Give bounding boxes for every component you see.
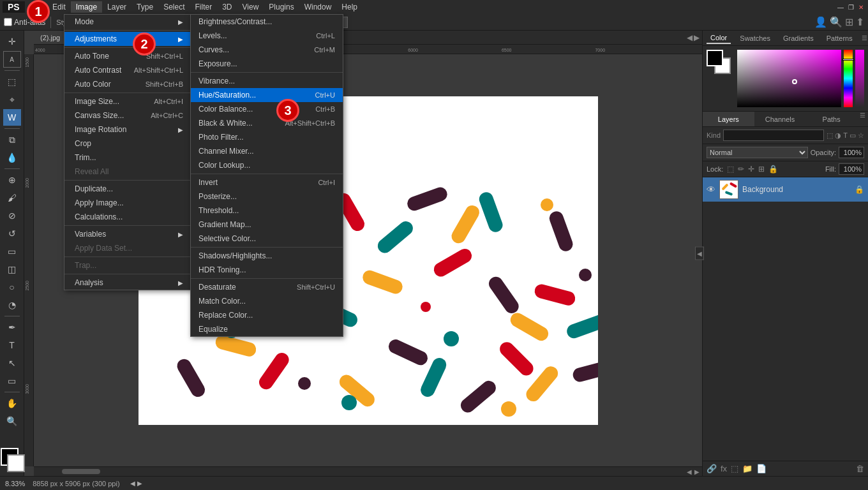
adj-hdr-toning[interactable]: HDR Toning... (191, 263, 343, 277)
layers-options-icon[interactable]: ☰ (857, 112, 868, 126)
adj-shadows-highlights[interactable]: Shadows/Highlights... (191, 249, 343, 263)
opacity-input[interactable] (839, 147, 864, 158)
adj-vibrance[interactable]: Vibrance... (191, 74, 343, 88)
menu-auto-tone[interactable]: Auto ToneShift+Ctrl+L (64, 49, 191, 63)
dodge-tool[interactable]: ◔ (3, 297, 21, 313)
adj-brightness-contrast[interactable]: Brightness/Contrast... (191, 15, 343, 29)
adj-gradient-map[interactable]: Gradient Map... (191, 218, 343, 232)
path-select-tool[interactable]: ↖ (3, 355, 21, 371)
new-layer-icon[interactable]: 📄 (756, 464, 767, 473)
adj-equalize[interactable]: Equalize (191, 322, 343, 336)
menu-variables[interactable]: Variables▶ (64, 227, 191, 241)
patterns-tab[interactable]: Patterns (823, 33, 857, 43)
search-icon[interactable]: 🔍 (830, 16, 842, 28)
gradients-tab[interactable]: Gradients (779, 33, 818, 43)
blur-tool[interactable]: ○ (3, 279, 21, 295)
collapse-right-panel-button[interactable]: ◀ (695, 247, 704, 260)
lasso-tool[interactable]: ⌖ (3, 91, 21, 108)
menu-trim[interactable]: Trim... (64, 151, 191, 165)
scroll-right-icon[interactable]: ▶ (694, 468, 700, 475)
adjustment-filter-icon[interactable]: ◑ (835, 131, 841, 140)
menu-adjustments[interactable]: Adjustments▶ (64, 32, 191, 46)
menu-filter[interactable]: Filter (190, 1, 217, 13)
collapse-left-icon[interactable]: ◀ (687, 33, 692, 42)
next-page-icon[interactable]: ▶ (137, 480, 142, 487)
menu-mode[interactable]: Mode▶ (64, 15, 191, 29)
user-icon[interactable]: 👤 (814, 16, 827, 28)
smart-filter-icon[interactable]: ☆ (858, 131, 864, 140)
color-tab[interactable]: Color (707, 33, 731, 44)
adj-selective-color[interactable]: Selective Color... (191, 232, 343, 246)
shape-tool[interactable]: ▭ (3, 373, 21, 389)
adj-hue-saturation[interactable]: Hue/Saturation...Ctrl+U (191, 88, 343, 102)
add-mask-icon[interactable]: ⬚ (731, 464, 738, 473)
menu-help[interactable]: Help (336, 1, 363, 13)
crop-tool[interactable]: ⧉ (3, 131, 21, 148)
gradient-tool[interactable]: ◫ (3, 261, 21, 278)
adj-color-balance[interactable]: Color Balance...Ctrl+B (191, 102, 343, 116)
menu-canvas-size[interactable]: Canvas Size...Alt+Ctrl+C (64, 108, 191, 122)
eraser-tool[interactable]: ▭ (3, 243, 21, 260)
layer-visibility-icon[interactable]: 👁 (707, 184, 715, 195)
lock-brush-icon[interactable]: ✏ (738, 165, 744, 174)
close-button[interactable]: ✕ (857, 3, 865, 11)
paths-tab[interactable]: Paths (805, 112, 857, 126)
layers-search-input[interactable] (723, 130, 824, 141)
artboard-tool[interactable]: A (3, 51, 21, 68)
lock-move-icon[interactable]: ✛ (748, 165, 754, 174)
share-icon[interactable]: ⬆ (856, 16, 864, 28)
scroll-left-icon[interactable]: ◀ (687, 468, 692, 475)
zoom-tool[interactable]: 🔍 (3, 413, 21, 429)
move-tool[interactable]: ✛ (3, 33, 21, 50)
type-filter-icon[interactable]: T (843, 131, 848, 140)
ps-logo[interactable]: PS (3, 1, 25, 13)
fill-input[interactable] (839, 163, 864, 175)
menu-duplicate[interactable]: Duplicate... (64, 182, 191, 196)
menu-auto-contrast[interactable]: Auto ContrastAlt+Shift+Ctrl+L (64, 63, 191, 77)
brush-tool[interactable]: 🖌 (3, 189, 21, 206)
lock-artboard-icon[interactable]: ⊞ (758, 165, 765, 174)
color-spectrum[interactable] (737, 50, 841, 107)
lock-all-icon[interactable]: 🔒 (768, 165, 778, 174)
link-layers-icon[interactable]: 🔗 (707, 464, 717, 473)
adj-black-white[interactable]: Black & White...Alt+Shift+Ctrl+B (191, 116, 343, 130)
adj-desaturate[interactable]: DesaturateShift+Ctrl+U (191, 280, 343, 294)
background-swatch[interactable] (7, 454, 25, 472)
shape-filter-icon[interactable]: ▭ (849, 131, 856, 140)
quick-select-tool[interactable]: W (3, 109, 21, 126)
marquee-tool[interactable]: ⬚ (3, 73, 21, 90)
adj-exposure[interactable]: Exposure... (191, 57, 343, 71)
foreground-color-swatch[interactable] (707, 50, 723, 66)
adj-posterize[interactable]: Posterize... (191, 189, 343, 204)
adj-match-color[interactable]: Match Color... (191, 294, 343, 308)
channels-tab[interactable]: Channels (754, 112, 806, 126)
adj-invert[interactable]: InvertCtrl+I (191, 175, 343, 189)
layout-icon[interactable]: ⊞ (845, 16, 853, 28)
add-style-icon[interactable]: fx (721, 464, 727, 473)
panel-options-icon[interactable]: ☰ (862, 34, 867, 41)
layers-tab[interactable]: Layers (703, 112, 754, 126)
menu-auto-color[interactable]: Auto ColorShift+Ctrl+B (64, 77, 191, 91)
menu-window[interactable]: Window (299, 1, 337, 13)
menu-plugins[interactable]: Plugins (264, 1, 299, 13)
history-tool[interactable]: ↺ (3, 225, 21, 242)
delete-layer-icon[interactable]: 🗑 (856, 464, 864, 473)
alpha-slider[interactable] (855, 50, 864, 107)
minimize-button[interactable]: — (836, 3, 845, 11)
clone-tool[interactable]: ⊘ (3, 207, 21, 224)
adj-curves[interactable]: Curves...Ctrl+M (191, 43, 343, 57)
menu-image-rotation[interactable]: Image Rotation▶ (64, 122, 191, 137)
menu-calculations[interactable]: Calculations... (64, 210, 191, 224)
adj-levels[interactable]: Levels...Ctrl+L (191, 29, 343, 43)
menu-3d[interactable]: 3D (217, 1, 237, 13)
menu-edit[interactable]: Edit (47, 1, 71, 13)
new-group-icon[interactable]: 📁 (742, 464, 752, 473)
menu-crop[interactable]: Crop (64, 137, 191, 151)
horizontal-scrollbar[interactable]: ◀ ▶ (34, 466, 702, 476)
menu-type[interactable]: Type (131, 1, 158, 13)
background-layer-row[interactable]: 👁 Background 🔒 (703, 177, 868, 202)
lock-pixel-icon[interactable]: ⬚ (727, 165, 734, 174)
pixel-filter-icon[interactable]: ⬚ (827, 131, 833, 140)
swatches-tab[interactable]: Swatches (736, 33, 774, 43)
adj-replace-color[interactable]: Replace Color... (191, 308, 343, 322)
